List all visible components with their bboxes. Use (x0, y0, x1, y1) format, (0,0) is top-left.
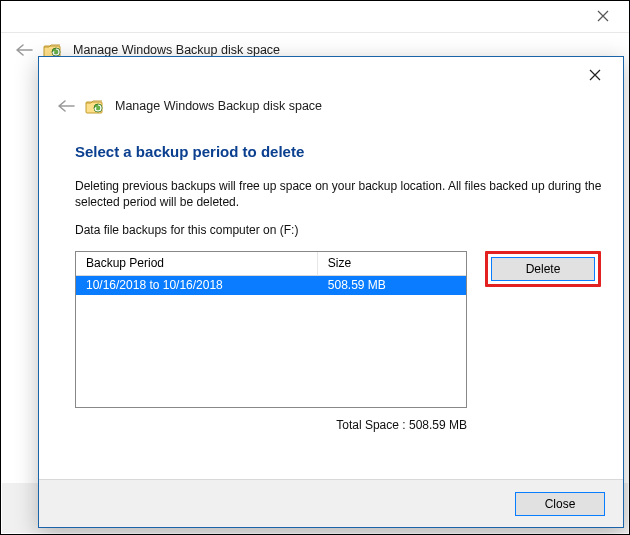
close-icon (597, 10, 609, 22)
back-arrow-icon[interactable] (15, 43, 33, 57)
cell-size: 508.59 MB (318, 276, 466, 295)
column-header-period[interactable]: Backup Period (76, 252, 318, 276)
delete-button[interactable]: Delete (491, 257, 595, 281)
backup-period-table[interactable]: Backup Period Size 10/16/2018 to 10/16/2… (75, 251, 467, 408)
dialog-description: Deleting previous backups will free up s… (75, 178, 605, 210)
close-button[interactable]: Close (515, 492, 605, 516)
close-icon (589, 69, 601, 81)
dialog-window-title: Manage Windows Backup disk space (115, 99, 322, 113)
delete-highlight: Delete (485, 251, 601, 287)
parent-titlebar (1, 1, 629, 33)
parent-close-button[interactable] (583, 4, 623, 28)
table-empty-area (76, 295, 466, 407)
cell-period: 10/16/2018 to 10/16/2018 (76, 276, 318, 295)
dialog-footer: Close (39, 479, 623, 527)
backup-period-dialog: Manage Windows Backup disk space Select … (38, 56, 624, 528)
table-row[interactable]: 10/16/2018 to 10/16/2018 508.59 MB (76, 276, 466, 295)
parent-window-title: Manage Windows Backup disk space (73, 43, 280, 57)
dialog-subdescription: Data file backups for this computer on (… (75, 222, 605, 238)
backup-folder-icon (85, 97, 105, 115)
dialog-close-button[interactable] (575, 63, 615, 87)
column-header-size[interactable]: Size (318, 252, 466, 276)
dialog-heading: Select a backup period to delete (75, 143, 605, 160)
total-space-label: Total Space : 508.59 MB (75, 418, 467, 432)
dialog-back-arrow-icon[interactable] (57, 99, 75, 113)
